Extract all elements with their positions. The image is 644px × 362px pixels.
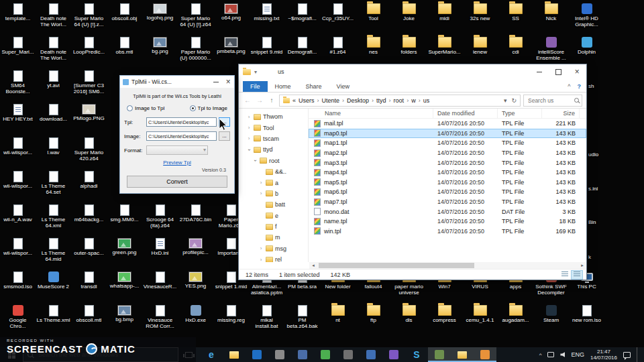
desktop-icon[interactable]: alphadl	[71, 169, 107, 202]
desktop-icon[interactable]: missing.reg	[213, 303, 249, 337]
desktop-icon[interactable]: HxD.ini	[142, 236, 178, 269]
file-row[interactable]: map2.tpl 14/07/2016 20:50 TPL File 143 K…	[309, 148, 586, 158]
desktop-icon[interactable]: Tool	[356, 1, 391, 35]
network-icon[interactable]	[547, 352, 554, 357]
desktop-icon[interactable]: wii-wiispor...	[0, 169, 36, 202]
tree-item[interactable]: a	[239, 177, 308, 188]
file-row[interactable]: map6.tpl 14/07/2016 20:50 TPL File 143 K…	[309, 187, 586, 197]
show-desktop-button[interactable]	[637, 347, 640, 362]
breadcrumb-item[interactable]: root	[394, 97, 412, 104]
taskbar-app-icon[interactable]	[291, 347, 314, 362]
desktop-icon[interactable]: wii-n_A.wav	[0, 202, 36, 236]
maximize-button[interactable]	[549, 64, 568, 79]
desktop-icon[interactable]: green.png	[107, 236, 142, 269]
desktop-icon[interactable]: Scrooge 64 (ita).z64	[142, 202, 178, 236]
back-icon[interactable]: ←	[243, 97, 252, 104]
desktop-icon[interactable]: download...	[36, 102, 71, 135]
file-row[interactable]: map1.tpl 14/07/2016 20:50 TPL File 143 K…	[309, 138, 586, 148]
tree-item[interactable]: f	[239, 221, 308, 232]
desktop-icon[interactable]: HxD.exe	[178, 303, 213, 337]
up-icon[interactable]: ↑	[267, 97, 276, 104]
desktop-icon[interactable]: template...	[0, 1, 36, 35]
desktop-icon[interactable]: outer-spac...	[71, 236, 107, 269]
taskbar-app-icon[interactable]	[314, 347, 337, 362]
desktop-icon[interactable]: Joke	[391, 1, 427, 35]
column-header-name[interactable]: Name	[309, 109, 433, 118]
tree-item[interactable]: m	[239, 232, 308, 243]
dialog-title-bar[interactable]: TplMii - Wii.cs...	[120, 76, 234, 88]
radio-tpl-to-image[interactable]: Tpl to Image	[190, 105, 227, 111]
taskbar-app-icon[interactable]	[428, 347, 451, 362]
close-button[interactable]	[568, 64, 586, 79]
desktop-icon[interactable]: Paper Mario (U) 000000...	[178, 35, 213, 68]
help-icon[interactable]: ?	[578, 83, 582, 90]
desktop-icon[interactable]: HEY HEY.txt	[0, 102, 36, 135]
taskbar-app-icon[interactable]	[268, 347, 291, 362]
taskbar-app-icon[interactable]	[360, 347, 382, 362]
quick-access-toolbar-icon[interactable]: ▾	[254, 69, 257, 75]
minimize-button[interactable]	[210, 76, 222, 88]
desktop-icon[interactable]: dls	[391, 303, 427, 337]
tree-expander-icon[interactable]	[252, 158, 258, 164]
tree-item[interactable]: b	[239, 188, 308, 199]
desktop-icon[interactable]: [Summer C3 2016] SM6...	[71, 68, 107, 102]
desktop-icon[interactable]: obscoll.mtl	[71, 303, 107, 337]
image-path-input[interactable]	[146, 131, 217, 141]
desktop-icon[interactable]: Intel® HD Graphic...	[569, 1, 604, 35]
desktop-icon[interactable]: smsmod.iso	[0, 269, 36, 303]
scroll-right-icon[interactable]: ▸	[578, 262, 586, 269]
taskbar-app-icon[interactable]	[382, 347, 405, 362]
desktop-icon[interactable]: MuseScore 2	[36, 269, 71, 303]
desktop-icon[interactable]: Death note The Worl...	[36, 1, 71, 35]
column-header-size[interactable]: Size	[542, 109, 580, 118]
desktop-icon[interactable]: midi	[427, 1, 462, 35]
refresh-icon[interactable]: ↻	[511, 97, 517, 104]
desktop-icon[interactable]: Ccp_r35UY...	[320, 1, 356, 35]
file-row[interactable]: map7.tpl 14/07/2016 20:50 TPL File 143 K…	[309, 197, 586, 207]
desktop-icon[interactable]: Steam	[533, 303, 569, 337]
desktop-icon[interactable]: logohq.png	[142, 1, 178, 35]
desktop-icon[interactable]: transdl	[71, 269, 107, 303]
tree-item[interactable]: Thwom	[239, 111, 308, 122]
desktop-icon[interactable]: bg.png	[142, 35, 178, 68]
desktop-icon[interactable]: Super Mario 420.z64	[71, 135, 107, 169]
tree-expander-icon[interactable]	[246, 114, 252, 120]
ribbon-tab[interactable]: Share	[299, 81, 329, 92]
tpl-path-input[interactable]	[146, 117, 217, 127]
preview-tpl-link[interactable]: Preview Tpl	[124, 160, 230, 166]
details-view-icon[interactable]	[571, 270, 583, 280]
desktop-icon[interactable]: mikal install.bat	[249, 303, 284, 337]
tree-item[interactable]: msg	[239, 243, 308, 254]
tree-expander-icon[interactable]	[246, 147, 252, 153]
tree-expander-icon[interactable]	[258, 180, 264, 186]
desktop-icon[interactable]: PMlogo.PNG	[71, 102, 107, 135]
file-row[interactable]: mono.dat 14/07/2016 20:50 DAT File 3 KB	[309, 206, 586, 217]
taskbar-app-icon[interactable]	[223, 347, 246, 362]
desktop-icon[interactable]: yt.avi	[36, 68, 71, 102]
file-row[interactable]: win.tpl 14/07/2016 20:50 TPL File 169 KB	[309, 227, 586, 237]
desktop-icon[interactable]: l.wav	[36, 135, 71, 169]
notification-center-icon[interactable]	[623, 352, 631, 358]
desktop-icon[interactable]: Nick	[533, 1, 569, 35]
taskbar-app-icon[interactable]	[246, 347, 268, 362]
desktop-icon[interactable]: new rom.iso	[569, 303, 604, 337]
desktop-icon[interactable]: YES.png	[178, 269, 213, 303]
desktop-icon[interactable]: whatsapp-...	[107, 269, 142, 303]
breadcrumb-item[interactable]: Users	[299, 97, 322, 104]
taskbar-app-icon[interactable]	[451, 347, 474, 362]
breadcrumb-item[interactable]: Desktop	[347, 97, 376, 104]
taskbar-app-icon[interactable]	[474, 347, 496, 362]
desktop-icon[interactable]: wii-wiispor...	[0, 135, 36, 169]
format-select[interactable]	[146, 145, 208, 155]
ribbon-tab[interactable]: File	[243, 81, 268, 92]
desktop-icon[interactable]: profilepic...	[178, 236, 213, 269]
breadcrumb-item[interactable]: w	[411, 97, 423, 104]
tree-expander-icon[interactable]	[258, 245, 264, 251]
desktop-icon[interactable]: cemu_1.4.1	[462, 303, 498, 337]
tree-item[interactable]: root	[239, 156, 308, 166]
desktop-icon[interactable]: ~$mografi...	[284, 1, 320, 35]
desktop-icon[interactable]: Ls Theme 64.mid	[36, 236, 71, 269]
desktop-icon[interactable]: ftp	[356, 303, 391, 337]
tree-item[interactable]: tscam	[239, 133, 308, 144]
ribbon-tab[interactable]: View	[329, 81, 357, 92]
